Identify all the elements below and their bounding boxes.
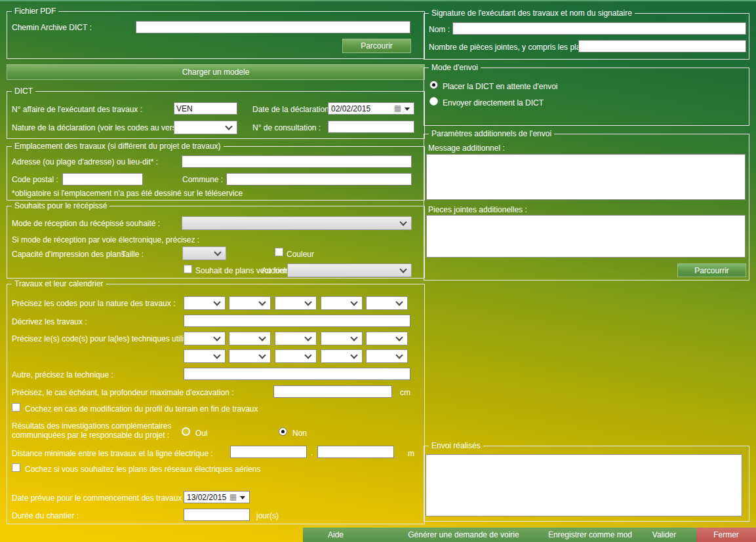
date-declaration-value: 02/02/2015 bbox=[331, 104, 370, 113]
mode-envoi-groupbox: Mode d'envoi bbox=[424, 63, 749, 126]
nature-code-combo-4[interactable] bbox=[321, 296, 363, 310]
pieces-jointes-input[interactable] bbox=[578, 40, 746, 52]
calendar-icon: ▦ bbox=[229, 492, 237, 502]
date-prevue-picker[interactable]: 13/02/2015 ▦ bbox=[184, 491, 250, 503]
autre-technique-input[interactable] bbox=[184, 368, 410, 380]
chemin-archive-label: Chemin Archive DICT : bbox=[12, 23, 92, 32]
taille-combo[interactable] bbox=[182, 246, 226, 260]
technique-code-combo-7[interactable] bbox=[229, 349, 271, 363]
decrivez-travaux-label: Décrivez les travaux : bbox=[12, 317, 87, 326]
generer-demande-voirie-button[interactable]: Générer une demande de voirie bbox=[368, 528, 559, 542]
profondeur-input[interactable] bbox=[273, 385, 392, 398]
nature-code-combo-3[interactable] bbox=[275, 296, 317, 310]
autre-technique-label: Autre, précisez la technique : bbox=[12, 370, 113, 379]
distance-decimale-input[interactable] bbox=[317, 446, 394, 458]
enregistrer-modele-button[interactable]: Enregistrer comme modele bbox=[559, 528, 632, 542]
envois-listbox[interactable] bbox=[426, 454, 742, 516]
adresse-input[interactable] bbox=[182, 155, 412, 168]
pieces-additionelles-label: Pieces jointes additionelles : bbox=[428, 205, 527, 214]
adresse-label: Adresse (ou plage d'adresse) ou lieu-dit… bbox=[12, 157, 158, 166]
date-prevue-label: Date prévue pour le commencement des tra… bbox=[12, 494, 186, 503]
section-dict: DICT N° affaire de l'exécutant des trava… bbox=[7, 92, 425, 139]
technique-code-combo-4[interactable] bbox=[321, 332, 363, 345]
dict-title: DICT bbox=[12, 87, 35, 96]
decrivez-travaux-input[interactable] bbox=[184, 315, 410, 327]
duree-chantier-input[interactable] bbox=[184, 509, 250, 521]
parcourir-button[interactable]: Parcourir bbox=[342, 39, 411, 53]
plans-vectoriels-checkbox[interactable] bbox=[184, 265, 192, 273]
mode-envoi-title: Mode d'envoi bbox=[429, 63, 481, 72]
commune-label: Commune : bbox=[182, 175, 223, 184]
technique-code-combo-2[interactable] bbox=[229, 332, 271, 345]
section-envois: Envoi réalisés bbox=[424, 446, 749, 522]
couleur-checkbox[interactable] bbox=[275, 248, 283, 256]
technique-code-combo-1[interactable] bbox=[184, 332, 226, 345]
section-souhaits: Souhaits pour le récépissé Mode de récep… bbox=[7, 206, 425, 279]
charger-modele-button[interactable]: Charger un modele bbox=[7, 64, 425, 80]
date-declaration-picker[interactable]: 02/02/2015 ▦ bbox=[328, 102, 414, 115]
technique-code-combo-5[interactable] bbox=[366, 332, 408, 345]
technique-code-combo-3[interactable] bbox=[275, 332, 317, 345]
aide-button[interactable]: Aide bbox=[303, 528, 368, 542]
section-travaux: Travaux et leur calendrier Précisez les … bbox=[7, 284, 425, 524]
technique-code-combo-8[interactable] bbox=[275, 349, 317, 363]
attente-envoi-radio[interactable] bbox=[429, 81, 438, 89]
couleur-label: Couleur bbox=[287, 250, 314, 259]
nature-declaration-label: Nature de la déclaration (voir les codes… bbox=[12, 123, 188, 132]
technique-code-combo-9[interactable] bbox=[321, 349, 363, 363]
message-additionnel-label: Message additionnel : bbox=[428, 144, 505, 153]
modification-terrain-checkbox[interactable] bbox=[12, 403, 20, 412]
num-affaire-input[interactable] bbox=[174, 102, 237, 115]
resultats-oui-label: Oui bbox=[195, 429, 208, 438]
section-fichier-pdf: Fichier PDF Chemin Archive DICT : Parcou… bbox=[7, 12, 425, 59]
emplacement-title: Emplacement des travaux (si différent du… bbox=[12, 142, 224, 151]
nature-code-combo-5[interactable] bbox=[366, 296, 408, 310]
travaux-title: Travaux et leur calendrier bbox=[12, 279, 106, 288]
resultats-non-radio[interactable] bbox=[279, 427, 287, 436]
profondeur-label: Précisez, le cas échéant, la profondeur … bbox=[12, 388, 233, 397]
resultats-non-label: Non bbox=[292, 429, 307, 438]
technique-code-combo-10[interactable] bbox=[366, 349, 408, 363]
format-vectoriel-combo[interactable] bbox=[287, 263, 412, 277]
voie-electronique-label: Si mode de réception par voie électroniq… bbox=[12, 235, 199, 244]
capacite-impression-label: Capacité d'impression des plans : bbox=[12, 250, 129, 259]
nom-input[interactable] bbox=[452, 22, 746, 35]
code-postal-label: Code postal : bbox=[12, 175, 58, 184]
message-additionnel-textarea[interactable] bbox=[426, 154, 746, 200]
pieces-jointes-label: Nombre de pièces jointes, y compris les … bbox=[429, 43, 593, 52]
num-consultation-label: N° de consultation : bbox=[252, 123, 321, 132]
emplacement-note: *obligatoire si l'emplacement n'a pas ét… bbox=[12, 189, 243, 198]
num-consultation-input[interactable] bbox=[328, 121, 414, 133]
mode-reception-label: Mode de réception du récépissé souhaité … bbox=[12, 219, 160, 228]
parcourrir-button[interactable]: Parcourrir bbox=[677, 263, 746, 277]
distance-entier-input[interactable] bbox=[230, 446, 307, 458]
nom-label: Nom : bbox=[429, 25, 450, 34]
envoi-direct-label: Envoyer directement la DICT bbox=[443, 98, 544, 107]
attente-envoi-label: Placer la DICT en attente d'envoi bbox=[443, 82, 558, 91]
mode-reception-combo[interactable] bbox=[182, 216, 412, 230]
footer-action-bar: Aide Générer une demande de voirie Enreg… bbox=[303, 528, 756, 542]
section-signature: Signature de l'exécutant des travaux et … bbox=[424, 14, 749, 60]
dropdown-arrow-icon bbox=[405, 107, 410, 111]
nature-code-combo-2[interactable] bbox=[229, 296, 271, 310]
fermer-button[interactable]: Fermer bbox=[696, 528, 756, 542]
section-emplacement: Emplacement des travaux (si différent du… bbox=[7, 147, 425, 201]
dropdown-arrow-icon bbox=[240, 496, 245, 499]
date-declaration-label: Date de la déclaration : bbox=[252, 105, 333, 114]
code-postal-input[interactable] bbox=[62, 173, 143, 185]
section-mode-envoi: Mode d'envoi Placer la DICT en attente d… bbox=[424, 68, 749, 126]
technique-code-combo-6[interactable] bbox=[184, 349, 226, 363]
taille-label: Taille : bbox=[121, 250, 144, 259]
plans-aeriens-label: Cochez si vous souhaitez les plans des r… bbox=[25, 465, 261, 474]
nature-declaration-combo[interactable] bbox=[174, 121, 237, 134]
fichier-pdf-title: Fichier PDF bbox=[12, 7, 58, 16]
envoi-direct-radio[interactable] bbox=[429, 97, 438, 106]
valider-button[interactable]: Valider bbox=[632, 528, 696, 542]
commune-input[interactable] bbox=[226, 173, 412, 185]
pieces-additionelles-list[interactable] bbox=[426, 215, 746, 258]
chemin-archive-input[interactable] bbox=[136, 21, 410, 33]
plans-aeriens-checkbox[interactable] bbox=[12, 463, 20, 472]
nature-code-combo-1[interactable] bbox=[184, 296, 226, 310]
resultats-oui-radio[interactable] bbox=[182, 427, 190, 436]
date-prevue-value: 13/02/2015 bbox=[187, 493, 226, 502]
